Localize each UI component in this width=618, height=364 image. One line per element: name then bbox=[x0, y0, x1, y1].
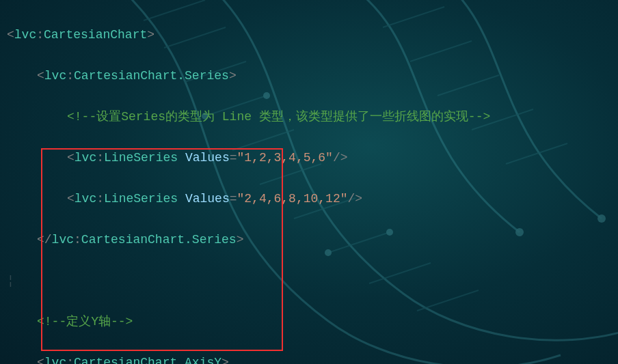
code-line: ¦ bbox=[0, 270, 618, 291]
code-line: <lvc:CartesianChart.AxisY> bbox=[0, 352, 618, 364]
code-line: </lvc:CartesianChart.Series> bbox=[0, 229, 618, 250]
code-line: <!--定义Y轴--> bbox=[0, 311, 618, 332]
code-block: <lvc:CartesianChart> <lvc:CartesianChart… bbox=[0, 0, 618, 364]
code-line: <lvc:CartesianChart> bbox=[0, 25, 618, 45]
code-line: <lvc:LineSeries Values="2,4,6,8,10,12"/> bbox=[0, 188, 618, 209]
code-line: <lvc:LineSeries Values="1,2,3,4,5,6"/> bbox=[0, 148, 618, 168]
code-line: <lvc:CartesianChart.Series> bbox=[0, 66, 618, 86]
code-line: <!--设置Series的类型为 Line 类型，该类型提供了一些折线图的实现-… bbox=[0, 107, 618, 127]
